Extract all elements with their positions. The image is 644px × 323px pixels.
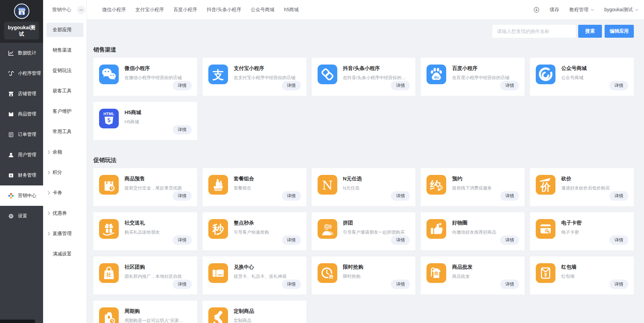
submenu-title: 营销中心 bbox=[52, 7, 71, 13]
detail-button[interactable]: 详情 bbox=[173, 125, 192, 134]
tab-0[interactable]: 微信小程序 bbox=[102, 7, 126, 13]
detail-button[interactable]: 详情 bbox=[173, 191, 192, 201]
app-card: 社交送礼购买礼品送给朋友详情 bbox=[93, 212, 197, 250]
sidebar-item-user[interactable]: 用户管理 bbox=[0, 145, 43, 165]
cache-link[interactable]: 缓存 bbox=[550, 7, 559, 13]
sidebar-nav: 数据统计小程序管理店铺管理商品管理订单管理用户管理¥财务管理营销中心设置 bbox=[0, 43, 43, 323]
detail-button[interactable]: 详情 bbox=[173, 235, 192, 245]
sidebar-item-settings[interactable]: 设置 bbox=[0, 206, 43, 226]
tutorial-menu[interactable]: 教程管理 bbox=[569, 7, 594, 13]
edit-app-button[interactable]: 编辑应用 bbox=[605, 25, 634, 38]
tab-1[interactable]: 支付宝小程序 bbox=[135, 7, 164, 13]
svg-text:抢: 抢 bbox=[328, 274, 334, 279]
h5-icon: HTML5 bbox=[99, 109, 119, 128]
download-icon[interactable] bbox=[533, 7, 539, 13]
submenu-item-1[interactable]: 销售渠道 bbox=[43, 40, 87, 60]
plugin-search-input[interactable] bbox=[492, 25, 576, 38]
sidebar-item-order[interactable]: 订单管理 bbox=[0, 124, 43, 145]
sidebar-item-finance[interactable]: ¥财务管理 bbox=[0, 165, 43, 185]
submenu-item-2[interactable]: 促销玩法 bbox=[43, 60, 87, 81]
svg-text:¥: ¥ bbox=[10, 174, 12, 177]
sidebar-item-label: 商品管理 bbox=[18, 111, 36, 117]
submenu-item-6[interactable]: 余额 bbox=[43, 142, 87, 162]
card-body: 电子卡密电子卡密 bbox=[561, 219, 628, 250]
detail-button[interactable]: 详情 bbox=[282, 191, 301, 201]
sidebar-item-miniprogram[interactable]: 小程序管理 bbox=[0, 63, 43, 84]
submenu-item-7[interactable]: 积分 bbox=[43, 162, 87, 183]
app-card: 定制商品定制商品详情 bbox=[203, 301, 306, 323]
sidebar-item-goods[interactable]: 商品管理 bbox=[0, 104, 43, 124]
wechat-icon bbox=[99, 65, 119, 84]
flash-sale-icon: 抢 bbox=[318, 263, 337, 283]
submenu-item-8[interactable]: 卡券 bbox=[43, 183, 87, 203]
card-desc: 购买礼品送给朋友 bbox=[125, 229, 192, 235]
submenu-item-5[interactable]: 常用工具 bbox=[43, 122, 87, 142]
card-body: 抖音/头条小程序在抖音/头条小程序中经营你的… bbox=[343, 65, 410, 96]
svg-text:价: 价 bbox=[540, 181, 551, 193]
tab-3[interactable]: 抖音/头条小程序 bbox=[207, 7, 241, 13]
app-card: 支支付宝小程序在支付宝小程序中经营你的店铺详情 bbox=[203, 58, 306, 96]
detail-button[interactable]: 详情 bbox=[500, 235, 519, 245]
sidebar-bottom-strip bbox=[0, 320, 35, 323]
collapse-sidebar-button[interactable]: << bbox=[77, 5, 86, 14]
card-title: 社区团购 bbox=[125, 264, 192, 270]
submenu-header: 营销中心 << bbox=[43, 0, 87, 20]
settings-icon bbox=[8, 213, 14, 219]
detail-button[interactable]: 详情 bbox=[391, 191, 410, 201]
submenu-item-11[interactable]: 满减设置 bbox=[43, 244, 87, 264]
chevron-down-icon bbox=[635, 9, 639, 11]
social-gift-icon bbox=[99, 219, 119, 239]
seckill-icon: 秒 bbox=[208, 219, 228, 239]
channel-tabs: 微信小程序支付宝小程序百度小程序抖音/头条小程序公众号商城h5商城 bbox=[102, 7, 299, 13]
content: 搜索 编辑应用 销售渠道微信小程序在微信小程序中经营你的店铺详情支支付宝小程序在… bbox=[87, 20, 644, 323]
account-menu[interactable]: bygoukai测试 bbox=[604, 7, 639, 13]
card-title: 限时抢购 bbox=[343, 264, 410, 270]
detail-button[interactable]: 详情 bbox=[500, 81, 519, 90]
sidebar-item-chart[interactable]: 数据统计 bbox=[0, 43, 43, 63]
sidebar-item-label: 小程序管理 bbox=[18, 70, 41, 76]
sidebar: bygoukai测试 数据统计小程序管理店铺管理商品管理订单管理用户管理¥财务管… bbox=[0, 0, 43, 323]
detail-button[interactable]: 详情 bbox=[391, 280, 410, 289]
detail-button[interactable]: 详情 bbox=[391, 81, 410, 90]
card-title: 整点秒杀 bbox=[234, 220, 301, 226]
submenu-item-3[interactable]: 获客工具 bbox=[43, 81, 87, 101]
card-body: H5商城H5商城 bbox=[125, 109, 192, 140]
card-title: 好物圈 bbox=[452, 220, 519, 226]
detail-button[interactable]: 详情 bbox=[282, 235, 301, 245]
detail-button[interactable]: 详情 bbox=[500, 191, 519, 201]
submenu-item-10[interactable]: 直播管理 bbox=[43, 223, 87, 244]
svg-text:拼: 拼 bbox=[325, 225, 328, 228]
card-title: 商品批发 bbox=[452, 264, 519, 270]
detail-button[interactable]: 详情 bbox=[609, 81, 628, 90]
tab-4[interactable]: 公众号商城 bbox=[251, 7, 274, 13]
detail-button[interactable]: 详情 bbox=[609, 280, 628, 289]
sidebar-item-marketing[interactable]: 营销中心 bbox=[0, 185, 43, 206]
tab-5[interactable]: h5商城 bbox=[284, 7, 299, 13]
chevron-right-icon bbox=[48, 150, 50, 154]
detail-button[interactable]: 详情 bbox=[609, 191, 628, 201]
card-desc: 红包墙 bbox=[561, 273, 628, 280]
card-body: 百度小程序在百度小程序中经营你的店铺 bbox=[452, 65, 519, 96]
account-menu-label: bygoukai测试 bbox=[604, 7, 633, 13]
shop-icon bbox=[8, 91, 14, 97]
detail-button[interactable]: 详情 bbox=[173, 280, 192, 289]
submenu-item-0[interactable]: 全部应用 bbox=[43, 20, 87, 40]
search-row: 搜索 编辑应用 bbox=[93, 25, 634, 38]
detail-button[interactable]: 详情 bbox=[282, 280, 301, 289]
submenu-item-4[interactable]: 客户维护 bbox=[43, 101, 87, 122]
marketing-icon bbox=[8, 193, 14, 199]
search-button[interactable]: 搜索 bbox=[578, 25, 602, 38]
detail-button[interactable]: 详情 bbox=[609, 235, 628, 245]
detail-button[interactable]: 详情 bbox=[391, 235, 410, 245]
detail-button[interactable]: 详情 bbox=[500, 280, 519, 289]
card-title: 套餐组合 bbox=[234, 176, 301, 182]
card-body: 套餐组合套餐组合 bbox=[234, 175, 301, 206]
cycle-buy-icon bbox=[99, 307, 119, 323]
submenu-item-9[interactable]: 优惠券 bbox=[43, 203, 87, 223]
sidebar-item-shop[interactable]: 店铺管理 bbox=[0, 84, 43, 104]
exchange-icon: GIFT bbox=[208, 263, 228, 283]
detail-button[interactable]: 详情 bbox=[282, 81, 301, 90]
submenu-item-label: 直播管理 bbox=[53, 231, 72, 237]
detail-button[interactable]: 详情 bbox=[173, 81, 192, 90]
tab-2[interactable]: 百度小程序 bbox=[173, 7, 197, 13]
